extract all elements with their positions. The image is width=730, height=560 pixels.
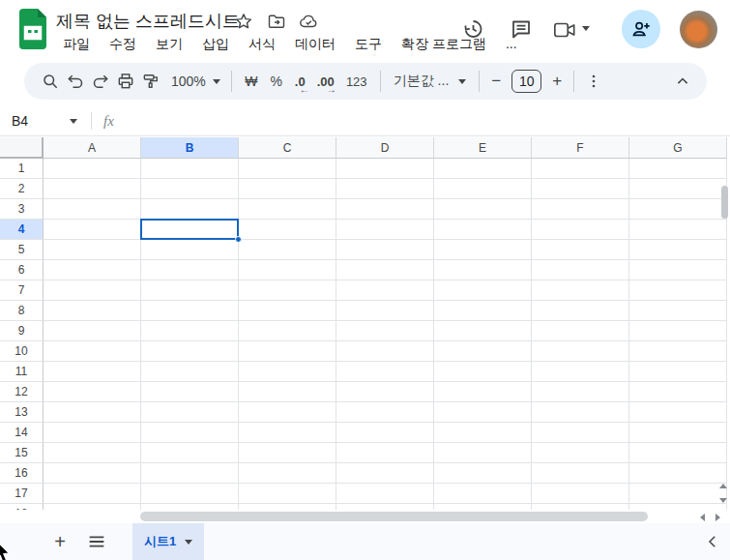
cell[interactable]	[336, 443, 434, 463]
select-all-corner[interactable]	[0, 137, 44, 159]
cell[interactable]	[44, 240, 141, 260]
cell[interactable]	[44, 199, 141, 220]
row-header[interactable]: 15	[0, 443, 44, 463]
decrease-decimal-button[interactable]: .0←	[295, 74, 306, 89]
comments-icon[interactable]	[510, 17, 533, 41]
cell[interactable]	[629, 240, 727, 260]
collapse-panel-chevron-icon[interactable]	[704, 533, 721, 550]
font-family-select[interactable]: 기본값 ...	[394, 73, 467, 90]
cell[interactable]	[44, 321, 141, 341]
cell[interactable]	[629, 301, 727, 321]
cell[interactable]	[532, 159, 629, 179]
share-button[interactable]	[622, 10, 660, 48]
cell[interactable]	[629, 159, 727, 179]
cell[interactable]	[141, 301, 239, 321]
cell[interactable]	[532, 504, 629, 510]
cell[interactable]	[44, 443, 141, 463]
cell[interactable]	[336, 341, 434, 362]
cell[interactable]	[141, 423, 239, 443]
cell[interactable]	[141, 402, 239, 423]
cell[interactable]	[239, 402, 336, 423]
cell[interactable]	[44, 341, 141, 362]
cell[interactable]	[434, 321, 532, 341]
cell[interactable]	[141, 199, 239, 220]
cell[interactable]	[532, 484, 629, 504]
column-header[interactable]: E	[434, 137, 532, 159]
cell[interactable]	[239, 301, 336, 321]
row-header[interactable]: 2	[0, 179, 44, 199]
menu-item[interactable]: 수정	[100, 33, 146, 56]
row-header[interactable]: 13	[0, 402, 44, 423]
name-box-caret-icon[interactable]	[70, 119, 77, 124]
cell[interactable]	[141, 280, 239, 301]
row-header[interactable]: 3	[0, 199, 44, 220]
cell[interactable]	[44, 362, 141, 382]
cell[interactable]	[532, 280, 629, 301]
cell[interactable]	[141, 463, 239, 484]
cell[interactable]	[434, 423, 532, 443]
cell[interactable]	[434, 362, 532, 382]
cell[interactable]	[434, 443, 532, 463]
cell[interactable]	[629, 463, 727, 484]
cell[interactable]	[141, 382, 239, 402]
cell[interactable]	[629, 362, 727, 382]
cell[interactable]	[239, 382, 336, 402]
cell[interactable]	[239, 240, 336, 260]
cell[interactable]	[532, 220, 629, 240]
increase-font-size-button[interactable]: +	[547, 72, 567, 91]
cell[interactable]	[239, 280, 336, 301]
video-call-icon[interactable]	[553, 18, 576, 42]
cell[interactable]	[44, 179, 141, 199]
cell[interactable]	[239, 260, 336, 280]
cell[interactable]	[532, 321, 629, 341]
cell[interactable]	[141, 504, 239, 510]
cell[interactable]	[629, 321, 727, 341]
menu-item[interactable]: 도구	[345, 33, 392, 56]
cell[interactable]	[141, 260, 239, 280]
sheets-logo-icon[interactable]	[17, 9, 48, 49]
cell[interactable]	[239, 199, 336, 220]
cell[interactable]	[336, 504, 434, 510]
cell[interactable]	[336, 382, 434, 402]
cell[interactable]	[434, 382, 532, 402]
zoom-select[interactable]: 100%	[171, 74, 220, 89]
cell[interactable]	[239, 484, 336, 504]
cell[interactable]	[532, 423, 629, 443]
cell[interactable]	[44, 220, 141, 240]
cell[interactable]	[434, 240, 532, 260]
all-sheets-menu-icon[interactable]	[85, 531, 108, 552]
add-sheet-button[interactable]: +	[46, 523, 73, 560]
sheet-tab-active[interactable]: 시트1	[132, 523, 204, 560]
cell[interactable]	[336, 362, 434, 382]
cell[interactable]	[141, 220, 239, 240]
cell[interactable]	[434, 159, 532, 179]
row-header[interactable]: 16	[0, 463, 44, 484]
cell[interactable]	[239, 423, 336, 443]
star-icon[interactable]	[234, 12, 253, 31]
account-avatar[interactable]	[680, 11, 717, 48]
cell[interactable]	[532, 240, 629, 260]
cell[interactable]	[141, 341, 239, 362]
cell[interactable]	[336, 463, 434, 484]
scroll-up-icon[interactable]	[719, 484, 727, 488]
cell[interactable]	[629, 484, 727, 504]
cell[interactable]	[239, 220, 336, 240]
cell[interactable]	[336, 199, 434, 220]
cloud-saved-icon[interactable]	[299, 12, 318, 31]
cell[interactable]	[336, 260, 434, 280]
cell[interactable]	[336, 423, 434, 443]
cell[interactable]	[141, 321, 239, 341]
column-header[interactable]: G	[629, 137, 727, 159]
row-header[interactable]: 8	[0, 301, 44, 321]
column-header[interactable]: B	[141, 137, 239, 159]
row-header[interactable]: 18	[0, 504, 44, 510]
row-header[interactable]: 9	[0, 321, 44, 341]
cell[interactable]	[532, 402, 629, 423]
cell[interactable]	[44, 280, 141, 301]
cell[interactable]	[239, 341, 336, 362]
cell[interactable]	[44, 301, 141, 321]
cell[interactable]	[336, 402, 434, 423]
cell[interactable]	[434, 341, 532, 362]
cell[interactable]	[239, 504, 336, 510]
redo-icon[interactable]	[88, 69, 113, 94]
